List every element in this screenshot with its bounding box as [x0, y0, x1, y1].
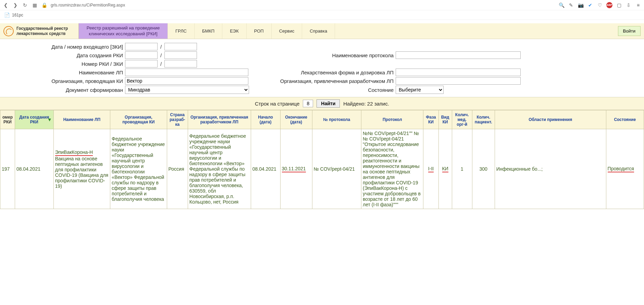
- file-icon: 📄: [4, 12, 10, 18]
- browser-toolbar: ❮ ❯ ↻ ▦ 🔒 grls.rosminzdrav.ru/CiPermitio…: [0, 0, 644, 10]
- label-created: Дата создания РКИ: [0, 52, 125, 58]
- nav-item-eek[interactable]: ЕЭК: [222, 23, 247, 39]
- cell-start: 08.04.2021: [251, 129, 280, 209]
- check-icon[interactable]: ✔: [587, 2, 593, 8]
- input-protocol-name[interactable]: [396, 51, 521, 59]
- cell-pat: 300: [472, 129, 495, 209]
- input-num-rki[interactable]: [125, 60, 158, 68]
- col-lp[interactable]: Наименование ЛП: [53, 110, 110, 129]
- col-nrki[interactable]: омер РКИ: [0, 110, 15, 129]
- label-doc: Документ сформирован: [0, 87, 125, 93]
- select-state[interactable]: Выберите: [396, 86, 444, 94]
- input-created-from[interactable]: [125, 51, 158, 59]
- nav-item-rop[interactable]: РОП: [247, 23, 272, 39]
- cell-phase: I-II: [423, 129, 438, 209]
- col-orgs[interactable]: Колич. мед. орг-й: [452, 110, 472, 129]
- col-org[interactable]: Организация, проводящая КИ: [110, 110, 167, 129]
- select-doc[interactable]: Минздрав: [125, 86, 249, 94]
- label-dev-org: Организация, привлеченная разработчиком …: [250, 78, 396, 84]
- table-row[interactable]: 197 08.04.2021 ЭпиВакКорона-Н Вакцина на…: [0, 129, 644, 209]
- label-lp: Наименование ЛП: [0, 70, 125, 75]
- label-state: Состояние: [250, 87, 396, 93]
- site-logo[interactable]: Государственный реестрлекарственных сред…: [0, 23, 79, 39]
- cell-country: Россия: [167, 129, 188, 209]
- cell-nprot: № COV/pept-04/21: [312, 129, 361, 209]
- col-kind[interactable]: Вид КИ: [438, 110, 452, 129]
- cell-orgs: 1: [452, 129, 472, 209]
- input-form[interactable]: [396, 69, 521, 76]
- cell-area: Инфекционные бо...;: [495, 129, 606, 209]
- cell-state: Проводится: [606, 129, 644, 209]
- rows-per-page-input[interactable]: [303, 100, 313, 107]
- cell-nrki: 197: [0, 129, 15, 209]
- drug-name: ЭпиВакКорона-Н: [55, 149, 93, 156]
- input-org[interactable]: [125, 77, 248, 85]
- col-area[interactable]: Области применения: [495, 110, 606, 129]
- table-header-row: омер РКИ Дата создания РКИ▼ Наименование…: [0, 110, 644, 129]
- heart-icon[interactable]: ♡: [597, 2, 603, 8]
- col-pat[interactable]: Колич. пациент.: [472, 110, 495, 129]
- cell-kind: КИ: [438, 129, 452, 209]
- logo-text: Государственный реестрлекарственных сред…: [16, 26, 68, 36]
- found-label: Найдено: 22 запис.: [343, 101, 389, 107]
- back-button[interactable]: ❮: [3, 2, 9, 8]
- nav-item-registry-permissions[interactable]: Реестр разрешений на проведение клиничес…: [79, 23, 168, 39]
- nav-item-grls[interactable]: ГРЛС: [168, 23, 195, 39]
- filter-form: Дата / номер входящего [ЗКИ] / Дата созд…: [0, 39, 644, 97]
- col-state[interactable]: Состояние: [606, 110, 644, 129]
- search-icon[interactable]: 🔍: [558, 2, 565, 8]
- input-incoming-date[interactable]: [125, 43, 158, 50]
- apps-icon[interactable]: ▦: [32, 2, 38, 8]
- col-country[interactable]: Страна разраб-ка: [167, 110, 188, 129]
- col-dev[interactable]: Организация, привлеченная разработчиком …: [188, 110, 251, 129]
- abp-icon[interactable]: ABP: [606, 2, 612, 8]
- input-num-zki[interactable]: [164, 60, 197, 68]
- site-nav: Государственный реестрлекарственных сред…: [0, 23, 644, 39]
- cell-lp: ЭпиВакКорона-Н Вакцина на основе пептидн…: [53, 129, 110, 209]
- col-end[interactable]: Окончание (дата): [280, 110, 312, 129]
- logo-icon: [3, 26, 14, 36]
- tab-label[interactable]: 161рс: [12, 13, 23, 17]
- nav-item-help[interactable]: Справка: [302, 23, 335, 39]
- cell-prot: №№ COV/pept-04/21"" № № COV/pept-04/21 "…: [361, 129, 423, 209]
- col-phase[interactable]: Фаза КИ: [423, 110, 438, 129]
- col-nprot[interactable]: № протокола: [312, 110, 361, 129]
- tab-bar: 📄 161рс: [0, 10, 644, 20]
- nav-item-bmkp[interactable]: БМКП: [195, 23, 222, 39]
- address-bar[interactable]: grls.rosminzdrav.ru/CiPermitionReg.aspx: [51, 3, 125, 8]
- pager-row: Строк на странице Найти Найдено: 22 запи…: [0, 97, 644, 110]
- label-num: Номер РКИ / ЗКИ: [0, 61, 125, 67]
- cell-date: 08.04.2021: [15, 129, 53, 209]
- input-dev-org[interactable]: [396, 77, 521, 85]
- menu-icon[interactable]: ≡: [635, 2, 641, 8]
- input-created-to[interactable]: [164, 51, 197, 59]
- col-prot[interactable]: Протокол: [361, 110, 423, 129]
- lock-icon: 🔒: [41, 2, 47, 8]
- input-lp[interactable]: [125, 69, 248, 76]
- cube-icon[interactable]: ▢: [616, 2, 622, 8]
- results-table: омер РКИ Дата создания РКИ▼ Наименование…: [0, 110, 644, 209]
- input-incoming-num[interactable]: [164, 43, 197, 50]
- forward-button[interactable]: ❯: [12, 2, 18, 8]
- download-icon[interactable]: ⇩: [626, 2, 632, 8]
- camera-icon[interactable]: 📷: [578, 2, 584, 8]
- cell-org: Федеральное бюджетное учреждение науки «…: [110, 129, 167, 209]
- col-start[interactable]: Начало (дата): [251, 110, 280, 129]
- label-incoming: Дата / номер входящего [ЗКИ]: [0, 44, 125, 50]
- label-form: Лекарственная форма и дозировка ЛП: [250, 70, 396, 75]
- nav-item-service[interactable]: Сервис: [272, 23, 302, 39]
- col-date[interactable]: Дата создания РКИ▼: [15, 110, 53, 129]
- cell-dev: Федеральное бюджетное учреждение науки «…: [188, 129, 251, 209]
- cell-end: 30.11.2021: [280, 129, 312, 209]
- find-button[interactable]: Найти: [317, 99, 340, 108]
- edit-icon[interactable]: ✎: [568, 2, 574, 8]
- label-org: Организация, проводящая КИ: [0, 78, 125, 84]
- sort-desc-icon: ▼: [47, 117, 52, 122]
- rows-label: Строк на странице: [255, 101, 299, 107]
- login-button[interactable]: Войти: [618, 26, 641, 36]
- label-protocol-name: Наименование протокола: [250, 52, 396, 58]
- reload-button[interactable]: ↻: [22, 2, 28, 8]
